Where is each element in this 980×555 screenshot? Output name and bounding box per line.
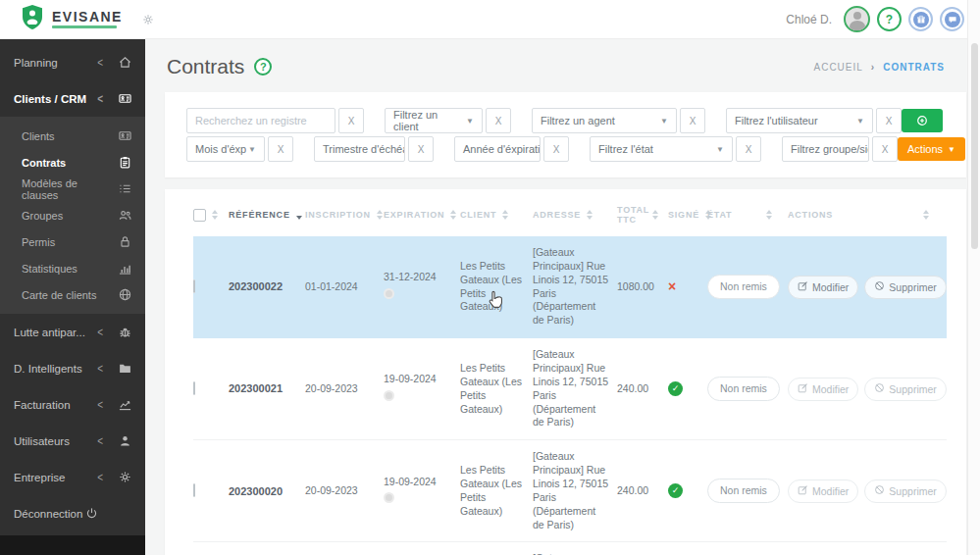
unsigned-cross-icon: × [668, 278, 676, 294]
filter-quarter-select[interactable]: Trimestre d'échéance [314, 136, 405, 162]
modify-button[interactable]: Modifier [788, 276, 858, 299]
cell-client[interactable]: Les Petits Gateaux (Les Petits Gateaux) [460, 362, 533, 416]
help-icon[interactable]: ? [877, 7, 902, 31]
cell-inscription: 01-01-2024 [305, 280, 384, 294]
lock-icon [116, 235, 131, 248]
sidebar-item-entreprise[interactable]: Entreprise< [0, 459, 145, 495]
col-total-header[interactable]: TOTAL TTC [617, 205, 668, 225]
modify-button-label: Modifier [812, 383, 849, 395]
scrollbar-track [967, 0, 980, 555]
gift-icon-disc [913, 12, 929, 27]
select-all-checkbox[interactable] [193, 209, 206, 222]
filter-year-select[interactable]: Année d'éxpiration [454, 136, 541, 162]
sidebar-item-contrats[interactable]: Contrats [0, 149, 145, 176]
add-contract-button[interactable] [902, 109, 943, 132]
clear-client-button[interactable]: X [486, 108, 511, 133]
expiration-status-icon [384, 288, 394, 299]
cell-client[interactable]: Les Petits Gateaux (Les Petits Gateaux) [460, 260, 533, 314]
clipboard-icon [116, 156, 131, 169]
page-help-icon[interactable]: ? [254, 58, 272, 76]
filter-user-select[interactable]: Filtrez l'utilisateur▼ [726, 108, 873, 133]
expiration-date: 19-09-2024 [384, 476, 452, 489]
power-icon [82, 507, 98, 520]
sidebar: Planning<Clients / CRM<ClientsContratsMo… [0, 39, 145, 555]
sort-icon [587, 210, 593, 220]
breadcrumb-home-link[interactable]: ACCUEIL [813, 62, 862, 73]
search-input[interactable] [186, 108, 335, 133]
filter-client-select[interactable]: Filtrez un client▼ [385, 108, 483, 133]
expiration-status-icon [384, 390, 394, 401]
cell-client[interactable]: Les Petits Gateaux (Les Petits Gateaux) [460, 464, 533, 518]
brand-logo[interactable]: EVISANE [0, 4, 123, 34]
cell-adresse: [Gateaux Principaux] Rue Linois 12, 7501… [533, 450, 617, 531]
chevron-down-icon: ▼ [654, 117, 668, 126]
row-checkbox[interactable] [193, 279, 195, 293]
gear-icon [116, 471, 131, 483]
sidebar-item-permis[interactable]: Permis [0, 228, 145, 255]
contracts-table: RÉFÉRENCE INSCRIPTION EXPIRATION CLIENT … [165, 189, 966, 555]
filter-agent-select[interactable]: Filtrez un agent▼ [532, 108, 677, 133]
sidebar-item-clients[interactable]: Clients [0, 123, 145, 149]
sidebar-item-groupes[interactable]: Groupes [0, 202, 145, 228]
gift-icon[interactable] [908, 7, 933, 31]
sidebar-item-d-intelligents[interactable]: D. Intelligents< [0, 350, 145, 386]
status-badge[interactable]: Non remis [707, 479, 780, 503]
modify-button[interactable]: Modifier [788, 479, 858, 503]
status-badge[interactable]: Non remis [707, 275, 780, 299]
globe-icon [116, 288, 131, 301]
clear-state-button[interactable]: X [736, 136, 761, 162]
col-inscription-header[interactable]: INSCRIPTION [305, 210, 384, 220]
cell-total-ttc: 1080.00 [617, 280, 668, 294]
col-signe-header[interactable]: SIGNÉ [668, 210, 707, 220]
sort-icon[interactable] [212, 210, 218, 220]
topbar-gear-icon[interactable] [142, 14, 154, 25]
col-actions-header[interactable]: ACTIONS [788, 210, 935, 220]
delete-button[interactable]: Supprimer [864, 378, 946, 401]
clear-year-button[interactable]: X [543, 136, 569, 162]
col-adresse-header[interactable]: ADRESSE [533, 210, 617, 220]
ban-icon [874, 382, 885, 395]
id-card-icon [116, 92, 131, 105]
sidebar-item-clients-crm[interactable]: Clients / CRM< [0, 80, 145, 117]
sidebar-item-statistiques[interactable]: Statistiques [0, 255, 145, 281]
user-avatar[interactable] [844, 6, 870, 32]
sidebar-item-utilisateurs[interactable]: Utilisateurs< [0, 423, 145, 459]
list-icon [116, 182, 131, 195]
sidebar-item-mod-les-de-clauses[interactable]: Modèles de clauses [0, 176, 145, 202]
filter-group-select[interactable]: Filtrez groupe/siège [782, 136, 869, 162]
status-badge[interactable]: Non remis [707, 377, 780, 401]
actions-menu-button[interactable]: Actions▼ [898, 137, 965, 161]
sidebar-item-label: Groupes [22, 210, 63, 222]
clear-group-button[interactable]: X [872, 136, 898, 162]
sidebar-item-lutte-antipar[interactable]: Lutte antipar...< [0, 314, 145, 350]
filter-month-select[interactable]: Mois d'éxpiration▼ [186, 136, 265, 162]
sidebar-item-planning[interactable]: Planning< [0, 44, 145, 80]
clear-agent-button[interactable]: X [680, 108, 705, 133]
scrollbar-thumb[interactable] [971, 43, 978, 249]
clear-quarter-button[interactable]: X [408, 136, 434, 162]
row-checkbox[interactable] [193, 381, 195, 395]
col-etat-header[interactable]: ÉTAT [707, 210, 788, 220]
sidebar-item-label: Carte de clients [22, 289, 96, 301]
sidebar-item-d-connection[interactable]: Déconnection [0, 495, 145, 531]
chat-icon[interactable] [940, 7, 964, 31]
row-checkbox[interactable] [193, 483, 195, 497]
sidebar-item-label: Lutte antipar... [14, 327, 85, 338]
chevron-down-icon: ▼ [851, 117, 864, 126]
clear-month-button[interactable]: X [268, 136, 293, 162]
clear-search-button[interactable]: X [338, 108, 364, 133]
delete-button[interactable]: Supprimer [864, 276, 946, 299]
main-content: Contrats ? ACCUEIL › CONTRATS X Filtrez … [145, 39, 980, 555]
col-reference-header[interactable]: RÉFÉRENCE [229, 210, 305, 220]
modify-button[interactable]: Modifier [788, 378, 858, 401]
delete-button[interactable]: Supprimer [864, 479, 946, 503]
col-client-header[interactable]: CLIENT [460, 210, 533, 220]
sidebar-item-carte-de-clients[interactable]: Carte de clients [0, 281, 145, 308]
sidebar-item-label: Déconnection [14, 508, 82, 520]
col-expiration-header[interactable]: EXPIRATION [384, 210, 460, 220]
sidebar-item-label: Clients [22, 130, 55, 142]
cell-signe: × [668, 279, 707, 295]
sidebar-item-facturation[interactable]: Facturation< [0, 386, 145, 423]
filter-state-select[interactable]: Filtrez l'état▼ [590, 136, 733, 162]
clear-user-button[interactable]: X [876, 108, 902, 133]
